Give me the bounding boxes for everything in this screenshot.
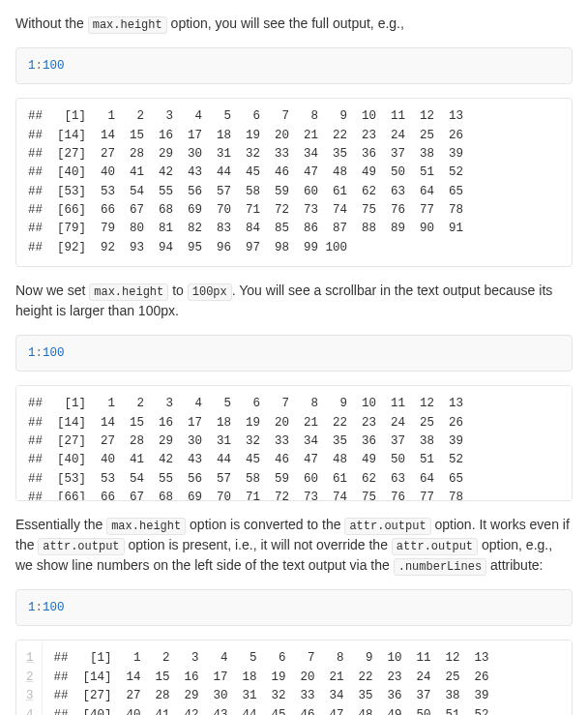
inline-code-attroutput: attr.output (344, 518, 430, 535)
line-number: 3 (16, 687, 42, 705)
colon-operator: : (36, 59, 44, 73)
text: attribute: (486, 557, 543, 573)
inline-code-attroutput: attr.output (38, 538, 124, 555)
inline-code-maxheight: max.height (89, 283, 168, 301)
inline-code-numberlines: .numberLines (394, 558, 486, 576)
output-full: ## [1] 1 2 3 4 5 6 7 8 9 10 11 12 13 ## … (15, 98, 573, 267)
output-line: ## [14] 14 15 16 17 18 19 20 21 22 23 24… (42, 669, 501, 687)
number-literal: 100 (43, 59, 65, 73)
output-numberlines[interactable]: 1## [1] 1 2 3 4 5 6 7 8 9 10 11 12 132##… (15, 640, 573, 715)
number-literal: 1 (28, 346, 36, 360)
text: Without the (15, 15, 88, 31)
text: Now we set (15, 283, 89, 298)
line-number: 2 (16, 669, 42, 687)
number-literal: 1 (28, 601, 36, 614)
inline-code-maxheight: max.height (88, 16, 167, 34)
output-line: ## [1] 1 2 3 4 5 6 7 8 9 10 11 12 13 (42, 641, 501, 668)
text: option, you will see the full output, e.… (167, 15, 404, 31)
table-row: 2## [14] 14 15 16 17 18 19 20 21 22 23 2… (16, 669, 501, 687)
paragraph-attroutput: Essentially the max.height option is con… (15, 515, 573, 576)
code-input-block-3: 1:100 (15, 589, 573, 626)
text: option is present, i.e., it will not ove… (125, 537, 392, 552)
text: option is converted to the (186, 517, 344, 532)
numberlines-table: 1## [1] 1 2 3 4 5 6 7 8 9 10 11 12 132##… (16, 641, 501, 715)
line-number: 4 (16, 706, 42, 716)
code-input-block-2: 1:100 (15, 335, 573, 372)
code-input-block-1: 1:100 (15, 47, 573, 84)
paragraph-maxheight: Now we set max.height to 100px. You will… (15, 281, 573, 321)
output-line: ## [27] 27 28 29 30 31 32 33 34 35 36 37… (42, 687, 501, 705)
number-literal: 100 (43, 346, 65, 360)
text: Essentially the (15, 517, 106, 532)
inline-code-maxheight: max.height (106, 518, 186, 535)
colon-operator: : (36, 601, 44, 614)
output-line: ## [40] 40 41 42 43 44 45 46 47 48 49 50… (42, 706, 501, 716)
inline-code-attroutput: attr.output (392, 538, 478, 555)
table-row: 4## [40] 40 41 42 43 44 45 46 47 48 49 5… (16, 706, 501, 716)
paragraph-intro: Without the max.height option, you will … (15, 14, 573, 34)
colon-operator: : (36, 346, 44, 360)
number-literal: 100 (43, 601, 65, 614)
number-literal: 1 (28, 59, 36, 73)
inline-code-100px: 100px (188, 283, 232, 301)
table-row: 1## [1] 1 2 3 4 5 6 7 8 9 10 11 12 13 (16, 641, 501, 668)
table-row: 3## [27] 27 28 29 30 31 32 33 34 35 36 3… (16, 687, 501, 705)
text: to (168, 283, 187, 298)
output-scrollable[interactable]: ## [1] 1 2 3 4 5 6 7 8 9 10 11 12 13 ## … (15, 385, 573, 501)
line-number: 1 (16, 641, 42, 668)
